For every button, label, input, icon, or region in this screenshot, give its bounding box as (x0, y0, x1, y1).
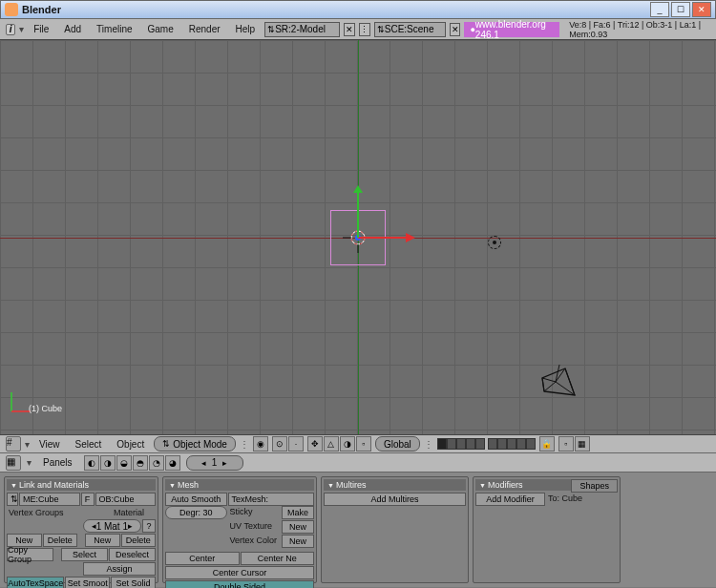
lock-layers-icon[interactable]: 🔒 (539, 436, 555, 452)
sticky-label: Sticky (228, 506, 281, 519)
context-editing-icon[interactable]: ◔ (149, 455, 164, 471)
render-preview-icon[interactable]: ▦ (575, 436, 590, 452)
snap-icon[interactable]: ▫ (558, 436, 574, 452)
context-script-icon[interactable]: ◑ (100, 455, 116, 471)
menu-render[interactable]: Render (183, 23, 226, 35)
uv-new-button[interactable]: New (282, 520, 314, 534)
material-help-button[interactable]: ? (142, 519, 156, 533)
layer-buttons[interactable] (437, 438, 536, 450)
window-titlebar: Blender _ ☐ ✕ (0, 0, 716, 19)
3d-viewport[interactable]: document.write(Array.from({length:23},(_… (0, 40, 716, 434)
draw-type-icon[interactable]: ◉ (253, 436, 268, 452)
scene-stats: Ve:8 | Fa:6 | Tri:12 | Ob:3-1 | La:1 | M… (569, 20, 710, 39)
context-shading-icon[interactable]: ◒ (116, 455, 132, 471)
context-object-icon[interactable]: ◓ (133, 455, 148, 471)
svg-marker-12 (542, 378, 556, 391)
vcol-new-button[interactable]: New (282, 535, 314, 548)
panel-header-modifiers[interactable]: Modifiers (475, 479, 571, 491)
panels-menu[interactable]: Panels (37, 456, 78, 469)
mat-delete-button[interactable]: Delete (121, 534, 157, 547)
blender-url-button[interactable]: ● www.blender.org 246.1 (464, 22, 559, 37)
manipulator-toggle-icon[interactable]: ✥ (307, 436, 323, 452)
translate-icon[interactable]: △ (324, 436, 339, 452)
panel-header-link-materials[interactable]: Link and Materials (7, 479, 156, 491)
set-solid-button[interactable]: Set Solid (111, 577, 156, 588)
panel-link-materials: Link and Materials ⇅ ME:Cube F OB:Cube V… (4, 476, 158, 583)
context-scene-icon[interactable]: ◕ (165, 455, 180, 471)
buttons-header: ▦ ▾ Panels ◐ ◑ ◒ ◓ ◔ ◕ ◂ 1 ▸ (0, 453, 716, 472)
shapes-tab[interactable]: Shapes (571, 479, 618, 493)
add-modifier-button[interactable]: Add Modifier (475, 493, 545, 506)
uv-label: UV Texture (228, 520, 281, 534)
mat-deselect-button[interactable]: Deselect (109, 548, 156, 561)
3dview-menu-view[interactable]: View (33, 438, 66, 451)
panel-header-multires[interactable]: Multires (324, 479, 466, 491)
pivot-icon[interactable]: ⊙ (272, 436, 287, 452)
info-header: i ▾ File Add Timeline Game Render Help ⇅… (0, 19, 716, 40)
texmesh-field[interactable]: TexMesh: (228, 493, 314, 506)
me-link-icon[interactable]: ⇅ (7, 493, 18, 506)
mode-selector[interactable]: ⇅ Object Mode (154, 436, 236, 452)
object-name-field[interactable]: OB:Cube (95, 493, 157, 506)
lamp-object[interactable] (488, 236, 501, 249)
shading-icons[interactable]: ◉ (253, 436, 268, 452)
center-button[interactable]: Center (165, 552, 240, 565)
set-smooth-button[interactable]: Set Smoot (65, 577, 110, 588)
panel-multires: Multires Add Multires (321, 476, 469, 583)
menu-add[interactable]: Add (58, 23, 87, 35)
panel-header-mesh[interactable]: Mesh (165, 479, 314, 491)
3dview-header: # ▾ View Select Object ⇅ Object Mode ⋮ ◉… (0, 434, 716, 453)
panel-modifiers: Modifiers Shapes Add Modifier To: Cube (473, 476, 621, 583)
minimize-button[interactable]: _ (650, 2, 669, 17)
double-sided-button[interactable]: Double Sided (165, 580, 314, 588)
info-icon[interactable]: i (6, 24, 15, 35)
autotexspace-button[interactable]: AutoTexSpace (7, 577, 64, 588)
svg-marker-13 (556, 368, 575, 395)
menu-help[interactable]: Help (230, 23, 262, 35)
screen-delete-button[interactable]: ✕ (344, 23, 355, 36)
window-title: Blender (22, 4, 648, 15)
panel-mesh: Mesh Auto Smooth Degr: 30 TexMesh: Stick… (162, 476, 317, 583)
page-spinner[interactable]: ◂ 1 ▸ (186, 455, 243, 471)
fake-user-button[interactable]: F (81, 493, 95, 506)
scale-icon[interactable]: ▫ (356, 436, 371, 452)
manipulator-gizmo[interactable] (301, 185, 415, 290)
camera-object[interactable] (538, 363, 582, 401)
maximize-button[interactable]: ☐ (671, 2, 690, 17)
context-logic-icon[interactable]: ◐ (84, 455, 99, 471)
auto-smooth-button[interactable]: Auto Smooth (165, 493, 227, 506)
mat-new-button[interactable]: New (85, 534, 120, 547)
rotate-icon[interactable]: ◑ (340, 436, 355, 452)
3dview-menu-select[interactable]: Select (70, 438, 108, 451)
degr-spinner[interactable]: Degr: 30 (165, 506, 227, 519)
screen-selector[interactable]: ⇅ SR:2-Model (264, 22, 340, 37)
mat-assign-button[interactable]: Assign (83, 562, 156, 576)
center-new-button[interactable]: Center Ne (241, 552, 315, 565)
svg-marker-10 (353, 185, 363, 193)
modifier-target-label: To: Cube (546, 493, 618, 506)
material-index-spinner[interactable]: ◂ 1 Mat 1 ▸ (83, 519, 141, 533)
center-cursor-button[interactable]: Center Cursor (165, 566, 314, 579)
svg-marker-8 (406, 233, 415, 242)
active-object-label: (1) Cube (29, 404, 62, 413)
menu-game[interactable]: Game (142, 23, 179, 35)
buttons-panels: Link and Materials ⇅ ME:Cube F OB:Cube V… (0, 472, 716, 587)
vcol-label: Vertex Color (228, 535, 281, 548)
copy-group-button[interactable]: Copy Group (7, 548, 53, 561)
sticky-make-button[interactable]: Make (282, 506, 314, 519)
mesh-name-field[interactable]: ME:Cube (19, 493, 80, 506)
pivot-lock-icon[interactable]: · (288, 436, 304, 452)
app-icon (5, 3, 18, 16)
scene-delete-button[interactable]: ✕ (450, 23, 461, 36)
buttons-editor-icon[interactable]: ▦ (6, 455, 21, 471)
scene-selector[interactable]: ⇅ SCE:Scene (374, 22, 446, 37)
menu-file[interactable]: File (28, 23, 54, 35)
add-multires-button[interactable]: Add Multires (324, 493, 466, 506)
mat-select-button[interactable]: Select (61, 548, 108, 561)
menu-timeline[interactable]: Timeline (91, 23, 137, 35)
orientation-selector[interactable]: Global (375, 436, 420, 452)
close-button[interactable]: ✕ (692, 2, 711, 17)
editor-type-icon[interactable]: # (6, 436, 21, 452)
3dview-menu-object[interactable]: Object (111, 438, 150, 451)
screen-option-button[interactable]: ⋮ (359, 23, 370, 36)
